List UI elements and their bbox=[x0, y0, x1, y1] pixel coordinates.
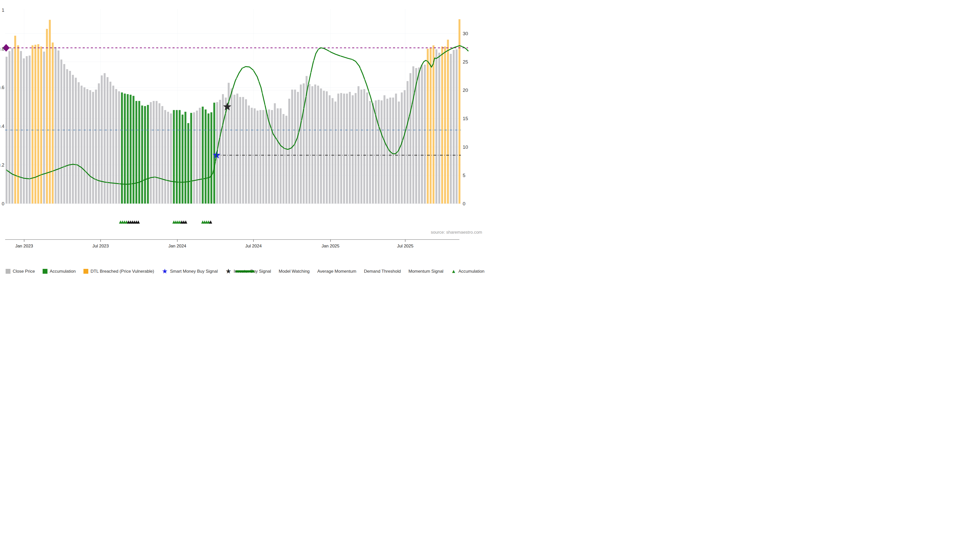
y-left-tick-label: 0.6 bbox=[0, 85, 4, 90]
price-bar bbox=[444, 46, 446, 203]
investor-triangle-icon bbox=[209, 221, 212, 224]
price-bar bbox=[112, 86, 115, 203]
price-bar bbox=[32, 45, 33, 203]
price-bar bbox=[199, 108, 201, 204]
investor-triangle-icon bbox=[184, 221, 187, 224]
price-bar bbox=[326, 91, 328, 203]
price-bar bbox=[205, 110, 207, 203]
price-bar bbox=[277, 108, 279, 203]
price-bar bbox=[418, 68, 420, 204]
price-bar bbox=[407, 81, 409, 203]
x-axis-tick-label: Jan 2023 bbox=[15, 244, 33, 248]
x-axis-tick-label: Jan 2025 bbox=[321, 244, 339, 248]
y-left-tick-label: 0.4 bbox=[0, 124, 4, 129]
price-bar bbox=[427, 49, 429, 203]
x-axis-tick-label: Jul 2024 bbox=[245, 244, 262, 248]
price-bar bbox=[245, 99, 247, 203]
price-bar bbox=[83, 87, 86, 203]
price-bar bbox=[314, 84, 316, 203]
price-bar bbox=[138, 101, 140, 203]
price-bar bbox=[17, 45, 19, 203]
price-bar bbox=[280, 108, 282, 203]
price-bar bbox=[81, 86, 83, 203]
y-left-tick-label: 0.8 bbox=[0, 46, 4, 52]
price-bar bbox=[127, 94, 129, 203]
legend-item-momentum-signal[interactable]: Momentum Signal bbox=[408, 269, 443, 274]
price-bar bbox=[52, 43, 54, 203]
x-axis-tick-label: Jul 2023 bbox=[92, 244, 109, 248]
price-bar bbox=[256, 111, 259, 203]
x-axis-tick-label: Jan 2024 bbox=[169, 244, 186, 248]
price-bar bbox=[213, 103, 215, 203]
price-bar bbox=[283, 114, 285, 203]
price-bar bbox=[435, 49, 438, 203]
y-left-tick-label: 1 bbox=[2, 7, 4, 13]
price-bar bbox=[346, 94, 348, 203]
price-bar bbox=[210, 112, 212, 203]
price-bar bbox=[288, 99, 290, 203]
price-bar bbox=[110, 82, 111, 203]
price-bar bbox=[412, 66, 414, 203]
y-right-tick-label: 30 bbox=[463, 31, 468, 36]
price-bar bbox=[86, 89, 88, 203]
accumulation-triangle-markers bbox=[119, 221, 212, 224]
price-bar bbox=[185, 112, 186, 203]
y-left-tick-label: 0.2 bbox=[0, 162, 4, 168]
price-bar bbox=[207, 114, 210, 203]
price-bar bbox=[66, 69, 68, 203]
price-bar bbox=[383, 95, 386, 204]
price-bar bbox=[355, 93, 357, 203]
y-left-tick-label: 0 bbox=[2, 201, 4, 206]
price-bar bbox=[421, 65, 423, 203]
investor-buy-signal-star bbox=[223, 103, 231, 110]
price-bar bbox=[75, 78, 77, 203]
price-bar bbox=[372, 103, 374, 203]
price-bar bbox=[340, 93, 342, 203]
price-bar bbox=[369, 101, 371, 203]
chart-page: 00.20.40.60.81051015202530Jan 2023Jul 20… bbox=[0, 0, 490, 275]
y-right-tick-label: 10 bbox=[463, 144, 468, 150]
price-bar bbox=[170, 114, 172, 203]
price-bar bbox=[343, 94, 345, 203]
price-bar bbox=[320, 89, 322, 203]
price-bar bbox=[57, 51, 59, 203]
price-bar bbox=[395, 94, 397, 203]
price-bar bbox=[176, 110, 178, 203]
price-bar bbox=[447, 40, 449, 204]
price-bar bbox=[433, 45, 434, 203]
price-bar bbox=[317, 86, 319, 203]
price-bar bbox=[239, 97, 242, 203]
price-bar bbox=[8, 51, 11, 203]
investor-triangle-icon bbox=[137, 221, 140, 224]
price-bar bbox=[430, 48, 432, 203]
price-bar bbox=[29, 56, 30, 203]
price-bar bbox=[193, 112, 195, 203]
price-bar bbox=[441, 46, 443, 203]
price-bar bbox=[95, 89, 97, 203]
price-bar bbox=[103, 73, 106, 203]
close-price-bars bbox=[6, 19, 460, 203]
price-bar bbox=[92, 92, 94, 203]
price-bar bbox=[265, 110, 267, 203]
price-bar bbox=[63, 64, 65, 203]
price-bar bbox=[455, 49, 458, 203]
price-bar bbox=[124, 94, 126, 203]
price-bar bbox=[349, 92, 351, 203]
price-bar bbox=[181, 114, 183, 203]
price-bar bbox=[37, 44, 39, 203]
price-bar bbox=[222, 94, 224, 203]
price-bar bbox=[366, 92, 368, 203]
price-bar bbox=[248, 106, 250, 203]
price-bar bbox=[323, 91, 325, 203]
price-bar bbox=[159, 103, 161, 203]
price-bar bbox=[11, 48, 14, 203]
price-bar bbox=[60, 59, 62, 203]
price-bar bbox=[392, 97, 394, 203]
price-bar bbox=[387, 99, 388, 203]
line-swatch-icon bbox=[0, 269, 490, 274]
price-bar bbox=[130, 95, 132, 203]
price-bar bbox=[115, 89, 117, 203]
price-bar bbox=[72, 75, 74, 203]
price-bar bbox=[187, 123, 189, 203]
price-bar bbox=[358, 86, 360, 203]
